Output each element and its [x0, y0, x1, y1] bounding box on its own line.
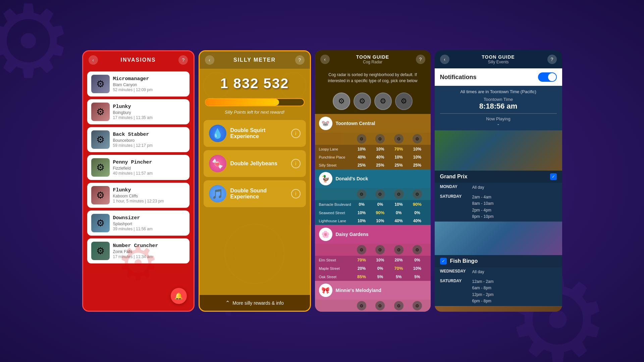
invasion-info: Number Cruncher Zoink Falls 17 minutes |…	[113, 243, 185, 259]
cog-guide-title: TOON GUIDE	[330, 54, 416, 60]
silly-events-help-button[interactable]: ?	[547, 55, 557, 64]
street-pct: 40%	[408, 219, 426, 223]
street-pct: 10%	[353, 210, 371, 215]
invasion-avatar: ⚙	[91, 158, 110, 177]
silly-reward-item[interactable]: 💧 Double Squirt Experience i	[204, 120, 306, 147]
street-name: Punchline Place	[319, 155, 353, 159]
street-pct: 5%	[371, 275, 389, 279]
invasion-time: 52 minutes | 12:09 pm	[113, 87, 185, 92]
street-pct: 25%	[353, 163, 371, 168]
cog-guide-title-block: TOON GUIDE Cog Radar	[330, 54, 416, 64]
reward-label: Double Sound Experience	[230, 188, 287, 200]
silly-help-button[interactable]: ?	[295, 55, 305, 65]
silly-events-title-block: TOON GUIDE Silly Events	[449, 54, 547, 64]
invasions-back-button[interactable]: ‹	[89, 55, 98, 65]
cog-col-icon: ⚙	[375, 134, 385, 143]
cog-guide-back-button[interactable]: ‹	[320, 55, 330, 64]
invasions-help-button[interactable]: ?	[178, 55, 188, 65]
silly-rewards-list: 💧 Double Squirt Experience i 🍬 Double Je…	[200, 120, 310, 207]
street-row: Elm Street 70%10%20%0%	[315, 256, 431, 264]
street-pct: 10%	[371, 219, 389, 223]
street-row: Lighthouse Lane 10%10%40%40%	[315, 217, 431, 225]
invasion-name: Micromanager	[113, 76, 185, 82]
invasion-info: Penny Pincher Fizzlefield 40 minutes | 1…	[113, 160, 185, 176]
invasion-item[interactable]: ⚙ Downsizer Splashport 39 minutes | 11:5…	[87, 210, 190, 236]
street-pct: 5%	[389, 275, 408, 279]
invasion-location: Splashport	[113, 222, 185, 226]
bell-button[interactable]: 🔔	[171, 288, 187, 304]
cog-filter-bossbot[interactable]: ⚙	[333, 93, 350, 110]
cog-col-icon: ⚙	[394, 245, 404, 254]
street-pct: 0%	[371, 202, 389, 207]
silly-meter-title: SILLY METER	[233, 57, 276, 63]
reward-info-button[interactable]: i	[291, 129, 301, 138]
reward-label: Double Squirt Experience	[230, 127, 287, 139]
street-pct: 0%	[408, 210, 426, 215]
silly-points-display: 1 832 532	[200, 69, 310, 95]
neighborhood-name: Toontown Central	[336, 121, 375, 126]
neighborhood-avatar: 🎀	[319, 284, 332, 297]
street-name: Loopy Lane	[319, 147, 353, 151]
invasion-time: 17 minutes | 11:35 am	[113, 115, 185, 120]
street-pct: 0%	[353, 202, 371, 207]
cog-guide-help-button[interactable]: ?	[416, 55, 425, 64]
invasion-item[interactable]: ⚙ Back Stabber Bounceboro 59 minutes | 1…	[87, 127, 190, 152]
fish-bingo-checkbox[interactable]: ✓	[440, 258, 447, 264]
street-pct: 90%	[371, 210, 389, 215]
cog-col-icon: ⚙	[357, 245, 366, 254]
invasions-header: ‹ INVASIONS ?	[83, 51, 194, 69]
invasion-time: 40 minutes | 11:57 am	[113, 171, 185, 176]
street-row: Oak Street 85%5%5%5%	[315, 273, 431, 281]
reward-icon: 💧	[209, 125, 226, 142]
street-name: Maple Street	[319, 266, 353, 270]
neighborhood-section: 🎀 Minnie's Melodyland ⚙ ⚙ ⚙ ⚙ Alto Avenu…	[315, 281, 431, 312]
fish-bingo-title: Fish Bingo	[450, 258, 478, 264]
street-pct: 10%	[408, 266, 426, 271]
silly-reward-item[interactable]: 🍬 Double Jellybeans i	[204, 150, 306, 177]
invasion-name: Plunky	[113, 104, 185, 110]
invasion-avatar: ⚙	[91, 130, 110, 149]
invasion-item[interactable]: ⚙ Flunky Kaboom Cliffs 1 hour, 5 minutes…	[87, 183, 190, 208]
silly-reward-item[interactable]: 🎵 Double Sound Experience i	[204, 180, 306, 207]
reward-info-button[interactable]: i	[291, 159, 301, 168]
cog-col-icon: ⚙	[375, 301, 385, 310]
grand-prix-schedule: MONDAY All day SATURDAY 2am - 4am8am - 1…	[435, 183, 562, 222]
street-pct: 0%	[408, 258, 426, 262]
cog-filter-lawbot[interactable]: ⚙	[354, 93, 371, 110]
notifications-label: Notifications	[440, 74, 477, 81]
silly-events-back-button[interactable]: ‹	[440, 55, 449, 64]
more-silly-label: More silly rewards & info	[232, 300, 284, 306]
street-pct: 40%	[371, 155, 389, 160]
invasion-location: Zoink Falls	[113, 249, 185, 254]
silly-meter-header: ‹ SILLY METER ?	[200, 51, 310, 69]
silly-back-button[interactable]: ‹	[205, 55, 214, 65]
invasion-item[interactable]: ⚙ Penny Pincher Fizzlefield 40 minutes |…	[87, 155, 190, 180]
now-playing-label: Now Playing	[440, 116, 557, 121]
fish-bingo-wednesday-time: All day	[472, 269, 484, 275]
invasion-avatar: ⚙	[91, 103, 110, 121]
reward-info-button[interactable]: i	[291, 189, 301, 198]
cog-filter-row: ⚙ ⚙ ⚙ ⚙	[315, 88, 431, 114]
invasion-location: Bounceboro	[113, 138, 185, 143]
fish-bingo-saturday-times: 12am - 2am6am - 8pm12pm - 2pm6pm - 8pm	[472, 279, 494, 304]
street-pct: 10%	[371, 258, 389, 262]
street-pct: 90%	[408, 202, 426, 207]
invasion-item[interactable]: ⚙ Number Cruncher Zoink Falls 17 minutes…	[87, 238, 190, 263]
cog-filter-cashbot[interactable]: ⚙	[374, 93, 392, 110]
cog-filter-sellbot[interactable]: ⚙	[395, 93, 413, 110]
invasion-item[interactable]: ⚙ Plunky Boingbury 17 minutes | 11:35 am	[87, 99, 190, 124]
neighborhood-header: 🐭 Toontown Central	[315, 114, 431, 133]
invasion-item[interactable]: ⚙ Micromanager Blam Canyon 52 minutes | …	[87, 71, 190, 97]
grand-prix-checkbox[interactable]: ✓	[550, 173, 557, 180]
cog-col-icon: ⚙	[413, 301, 422, 310]
notifications-row: Notifications	[435, 68, 562, 86]
cog-guide-subtitle: Cog Radar	[330, 60, 416, 64]
more-silly-rewards-button[interactable]: ⌃ More silly rewards & info	[200, 295, 310, 311]
street-pct: 10%	[389, 155, 408, 160]
notifications-toggle[interactable]	[538, 72, 557, 82]
cog-column-headers: ⚙ ⚙ ⚙ ⚙	[315, 133, 431, 145]
invasion-time: 17 minutes | 11:34 am	[113, 254, 185, 259]
street-pct: 20%	[389, 258, 408, 262]
neighborhood-avatar: 🦆	[319, 172, 332, 185]
fish-bingo-saturday-row: SATURDAY 12am - 2am6am - 8pm12pm - 2pm6p…	[435, 277, 562, 306]
